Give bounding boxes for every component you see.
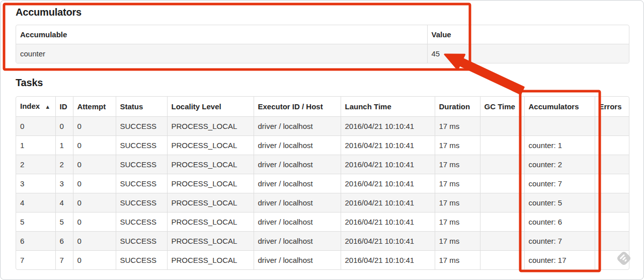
table-cell: 0 bbox=[73, 117, 116, 136]
table-cell: 0 bbox=[73, 155, 116, 174]
table-header-row: Index▲IDAttemptStatusLocality LevelExecu… bbox=[16, 97, 629, 117]
table-cell: 4 bbox=[16, 193, 55, 213]
table-row: 330SUCCESSPROCESS_LOCALdriver / localhos… bbox=[16, 174, 629, 193]
table-cell: 0 bbox=[73, 174, 116, 193]
table-cell: 0 bbox=[55, 117, 73, 136]
table-cell: 0 bbox=[16, 117, 55, 136]
table-cell: counter: 1 bbox=[524, 136, 595, 155]
table-row: 110SUCCESSPROCESS_LOCALdriver / localhos… bbox=[16, 136, 629, 155]
table-cell: 1 bbox=[16, 136, 55, 155]
column-header-value[interactable]: Value bbox=[427, 25, 629, 44]
table-cell: 7 bbox=[55, 251, 73, 270]
table-cell: counter: 2 bbox=[524, 155, 595, 174]
table-cell: PROCESS_LOCAL bbox=[167, 232, 254, 251]
table-row: counter45 bbox=[16, 44, 629, 63]
table-cell: PROCESS_LOCAL bbox=[167, 117, 254, 136]
spark-ui-stage-page: Accumulators AccumulableValue counter45 … bbox=[0, 0, 644, 280]
table-cell: 17 ms bbox=[435, 213, 480, 232]
table-cell: counter bbox=[16, 44, 427, 63]
table-cell: 1 bbox=[55, 136, 73, 155]
table-cell: SUCCESS bbox=[116, 155, 167, 174]
table-cell: driver / localhost bbox=[254, 232, 341, 251]
tasks-table-header: Index▲IDAttemptStatusLocality LevelExecu… bbox=[16, 97, 629, 117]
table-cell: SUCCESS bbox=[116, 232, 167, 251]
table-cell: 3 bbox=[16, 174, 55, 193]
table-cell: 2 bbox=[16, 155, 55, 174]
table-cell: 4 bbox=[55, 193, 73, 213]
column-header-executor-id-host[interactable]: Executor ID / Host bbox=[254, 97, 341, 117]
table-cell: 17 ms bbox=[435, 251, 480, 270]
table-cell: 2016/04/21 10:10:41 bbox=[341, 174, 435, 193]
table-cell: driver / localhost bbox=[254, 136, 341, 155]
table-cell: counter: 7 bbox=[524, 174, 595, 193]
tasks-section-title: Tasks bbox=[16, 77, 43, 89]
column-header-errors[interactable]: Errors bbox=[595, 97, 629, 117]
watermark-stripe bbox=[624, 259, 627, 262]
table-cell: 0 bbox=[73, 213, 116, 232]
table-cell: 2016/04/21 10:10:41 bbox=[341, 251, 435, 270]
accumulators-section-title: Accumulators bbox=[16, 6, 82, 18]
table-cell: PROCESS_LOCAL bbox=[167, 213, 254, 232]
table-cell: counter: 6 bbox=[524, 213, 595, 232]
table-cell: 2016/04/21 10:10:41 bbox=[341, 136, 435, 155]
table-cell: 17 ms bbox=[435, 117, 480, 136]
table-cell bbox=[524, 117, 595, 136]
table-cell: 2016/04/21 10:10:41 bbox=[341, 117, 435, 136]
table-cell: SUCCESS bbox=[116, 193, 167, 213]
table-cell: SUCCESS bbox=[116, 251, 167, 270]
table-cell bbox=[595, 213, 629, 232]
table-cell: 5 bbox=[16, 213, 55, 232]
table-header-row: AccumulableValue bbox=[16, 25, 629, 44]
sort-ascending-icon: ▲ bbox=[45, 104, 50, 110]
accumulators-table: AccumulableValue counter45 bbox=[16, 25, 629, 63]
table-cell: 17 ms bbox=[435, 193, 480, 213]
table-cell: counter: 7 bbox=[524, 232, 595, 251]
column-header-index[interactable]: Index▲ bbox=[16, 97, 55, 117]
table-cell: SUCCESS bbox=[116, 136, 167, 155]
column-header-attempt[interactable]: Attempt bbox=[73, 97, 116, 117]
tasks-table-body: 000SUCCESSPROCESS_LOCALdriver / localhos… bbox=[16, 117, 629, 270]
table-cell: PROCESS_LOCAL bbox=[167, 136, 254, 155]
table-cell: 0 bbox=[73, 193, 116, 213]
column-header-status[interactable]: Status bbox=[116, 97, 167, 117]
table-cell bbox=[480, 251, 524, 270]
table-cell bbox=[480, 174, 524, 193]
accumulators-table-body: counter45 bbox=[16, 44, 629, 63]
column-header-id[interactable]: ID bbox=[55, 97, 73, 117]
table-cell: driver / localhost bbox=[254, 251, 341, 270]
table-cell: 17 ms bbox=[435, 174, 480, 193]
table-cell: 7 bbox=[16, 251, 55, 270]
table-cell: driver / localhost bbox=[254, 117, 341, 136]
table-cell bbox=[595, 117, 629, 136]
table-cell: 0 bbox=[73, 232, 116, 251]
table-row: 550SUCCESSPROCESS_LOCALdriver / localhos… bbox=[16, 213, 629, 232]
table-cell bbox=[595, 193, 629, 213]
column-header-locality-level[interactable]: Locality Level bbox=[167, 97, 254, 117]
table-cell: PROCESS_LOCAL bbox=[167, 193, 254, 213]
column-header-gc-time[interactable]: GC Time bbox=[480, 97, 524, 117]
table-cell bbox=[480, 213, 524, 232]
table-cell bbox=[595, 232, 629, 251]
column-header-duration[interactable]: Duration bbox=[435, 97, 480, 117]
table-cell: 45 bbox=[427, 44, 629, 63]
table-cell bbox=[480, 136, 524, 155]
column-header-accumulators[interactable]: Accumulators bbox=[524, 97, 595, 117]
column-header-accumulable[interactable]: Accumulable bbox=[16, 25, 427, 44]
table-cell: PROCESS_LOCAL bbox=[167, 155, 254, 174]
table-cell: 2016/04/21 10:10:41 bbox=[341, 193, 435, 213]
table-cell: PROCESS_LOCAL bbox=[167, 251, 254, 270]
table-cell: counter: 17 bbox=[524, 251, 595, 270]
table-cell: 17 ms bbox=[435, 155, 480, 174]
table-cell: counter: 5 bbox=[524, 193, 595, 213]
tasks-table: Index▲IDAttemptStatusLocality LevelExecu… bbox=[16, 96, 629, 270]
column-header-launch-time[interactable]: Launch Time bbox=[341, 97, 435, 117]
table-cell: driver / localhost bbox=[254, 155, 341, 174]
table-cell bbox=[595, 174, 629, 193]
table-cell: 17 ms bbox=[435, 136, 480, 155]
table-row: 000SUCCESSPROCESS_LOCALdriver / localhos… bbox=[16, 117, 629, 136]
table-cell: 6 bbox=[55, 232, 73, 251]
table-cell bbox=[595, 136, 629, 155]
table-cell: 0 bbox=[73, 251, 116, 270]
table-cell: 5 bbox=[55, 213, 73, 232]
table-cell: driver / localhost bbox=[254, 174, 341, 193]
